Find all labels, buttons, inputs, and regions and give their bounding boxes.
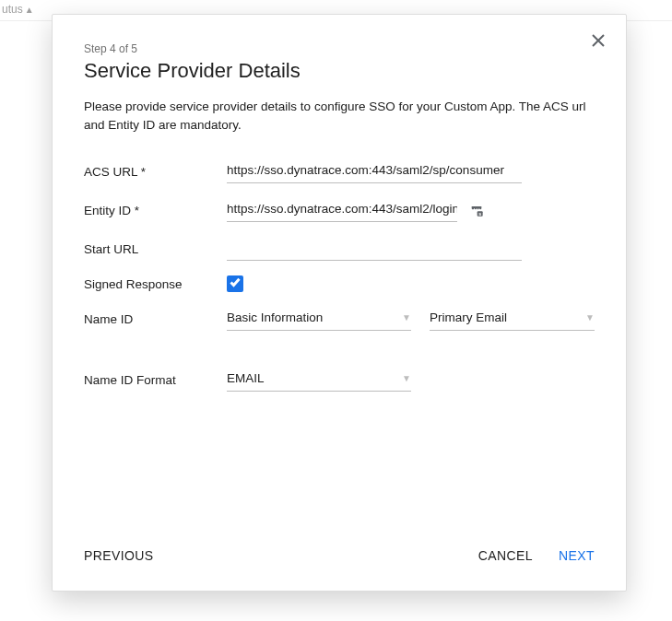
caret-up-icon: ▲ [25, 5, 34, 15]
spacer [84, 346, 595, 368]
field-name-id: Name ID Basic Information ▼ Primary Emai… [84, 307, 595, 331]
name-id-format-label: Name ID Format [84, 373, 227, 387]
previous-button[interactable]: PREVIOUS [84, 543, 154, 568]
name-id-primary-select[interactable]: Basic Information ▼ [227, 307, 411, 331]
acs-url-input[interactable] [227, 159, 522, 183]
entity-id-label: Entity ID * [84, 204, 227, 217]
name-id-label: Name ID [84, 312, 227, 326]
name-id-primary-value: Basic Information [227, 310, 323, 324]
config-form: ACS URL * Entity ID * S Start [84, 159, 595, 530]
store-badge-icon: S [468, 202, 485, 218]
name-id-secondary-select[interactable]: Primary Email ▼ [430, 307, 595, 331]
page-title: Service Provider Details [84, 59, 595, 83]
start-url-input[interactable] [227, 237, 522, 261]
name-id-format-value: EMAIL [227, 371, 265, 385]
name-id-secondary-value: Primary Email [430, 310, 507, 324]
chevron-down-icon: ▼ [402, 373, 411, 383]
close-button[interactable] [589, 33, 607, 52]
next-button[interactable]: NEXT [559, 543, 595, 568]
service-provider-details-modal: Step 4 of 5 Service Provider Details Ple… [52, 14, 627, 592]
field-name-id-format: Name ID Format EMAIL ▼ [84, 368, 595, 392]
field-acs-url: ACS URL * [84, 159, 595, 183]
chevron-down-icon: ▼ [585, 312, 595, 322]
field-entity-id: Entity ID * S [84, 198, 595, 222]
entity-id-input[interactable] [227, 198, 457, 222]
cancel-button[interactable]: CANCEL [478, 543, 533, 568]
signed-response-checkbox[interactable] [227, 275, 243, 292]
page-description: Please provide service provider details … [84, 98, 595, 134]
close-icon [592, 34, 605, 51]
field-signed-response: Signed Response [84, 275, 595, 292]
modal-footer: PREVIOUS CANCEL NEXT [84, 530, 595, 568]
background-tab-text: utus [2, 3, 23, 16]
field-start-url: Start URL [84, 237, 595, 261]
step-indicator: Step 4 of 5 [84, 42, 595, 55]
signed-response-label: Signed Response [84, 277, 227, 291]
svg-text:S: S [478, 212, 481, 217]
checkmark-icon [229, 275, 242, 292]
background-tab: utus ▲ [0, 0, 34, 18]
start-url-label: Start URL [84, 242, 227, 256]
chevron-down-icon: ▼ [402, 312, 411, 322]
name-id-format-select[interactable]: EMAIL ▼ [227, 368, 411, 392]
acs-url-label: ACS URL * [84, 165, 227, 179]
